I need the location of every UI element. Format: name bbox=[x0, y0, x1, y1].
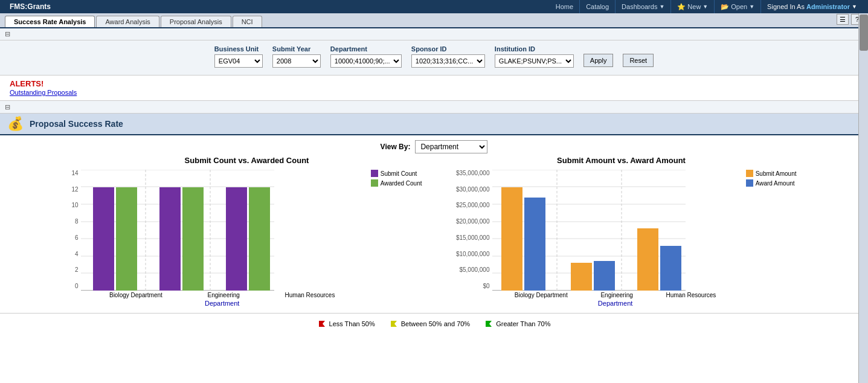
svg-marker-20 bbox=[319, 321, 325, 327]
chart1-bar-eng-submit bbox=[159, 187, 181, 291]
chart1-bar-hr-awarded bbox=[249, 187, 270, 291]
chart2-y-axis: $35,000,000 $30,000,000 $25,000,000 $20,… bbox=[446, 170, 490, 291]
tab-bar: Success Rate Analysis Award Analysis Pro… bbox=[0, 13, 868, 28]
yellow-flag-icon bbox=[390, 320, 398, 328]
chart2-legend: Submit Amount Award Amount bbox=[746, 170, 797, 187]
collapse-psr-btn[interactable]: ⊟ bbox=[5, 103, 10, 111]
chart1-bar-bio-awarded bbox=[116, 187, 137, 291]
toolbar-row: ⊟ bbox=[0, 28, 868, 40]
submit-year-filter: Submit Year 2008 bbox=[272, 45, 321, 68]
chart2-title: Submit Amount vs. Award Amount bbox=[446, 156, 797, 165]
menu-icon[interactable]: ☰ bbox=[837, 14, 849, 25]
sponsor-id-select[interactable]: 1020;313;316;CC... bbox=[411, 54, 485, 68]
chart1-legend-awarded-box bbox=[371, 179, 378, 187]
scrollbar-thumb[interactable] bbox=[860, 14, 868, 51]
sponsor-id-label: Sponsor ID bbox=[411, 45, 485, 53]
new-nav[interactable]: ⭐New▼ bbox=[671, 0, 715, 13]
sponsor-id-filter: Sponsor ID 1020;313;316;CC... bbox=[411, 45, 485, 68]
chart2-legend-submit-box bbox=[746, 170, 753, 177]
view-by-label: View By: bbox=[381, 143, 411, 151]
chart2-bar-hr-awarded bbox=[660, 246, 681, 291]
chart1-svg bbox=[81, 170, 274, 291]
tab-proposal-analysis[interactable]: Proposal Analysis bbox=[161, 16, 231, 27]
charts-container: Submit Count vs. Awarded Count 14 12 10 … bbox=[0, 156, 868, 307]
view-by-row: View By: Department Sponsor Institution bbox=[0, 135, 868, 156]
chart1-wrapper: Submit Count vs. Awarded Count 14 12 10 … bbox=[72, 156, 422, 307]
chart2-bar-bio-awarded bbox=[524, 198, 545, 291]
legend-greater-than-70: Greater Than 70% bbox=[484, 320, 550, 328]
chart1-title: Submit Count vs. Awarded Count bbox=[72, 156, 422, 165]
view-by-select[interactable]: Department Sponsor Institution bbox=[415, 140, 487, 153]
institution-id-filter: Institution ID GLAKE;PSUNV;PS... bbox=[495, 45, 574, 68]
chart1-bar-eng-awarded bbox=[182, 187, 204, 291]
red-flag-icon bbox=[318, 320, 326, 328]
submit-year-select[interactable]: 2008 bbox=[272, 54, 321, 68]
chart2-bar-bio-submit bbox=[501, 187, 522, 291]
green-flag-icon bbox=[484, 320, 493, 328]
chart2-x-axis-label: Department bbox=[492, 300, 739, 307]
submit-year-label: Submit Year bbox=[272, 45, 321, 53]
alerts-title: ALERTS! bbox=[10, 79, 858, 88]
chart2-legend-awarded-box bbox=[746, 179, 753, 187]
institution-id-select[interactable]: GLAKE;PSUNV;PS... bbox=[495, 54, 574, 68]
business-unit-label: Business Unit bbox=[214, 45, 263, 53]
home-nav[interactable]: Home bbox=[550, 0, 580, 13]
tab-success-rate[interactable]: Success Rate Analysis bbox=[5, 16, 95, 27]
department-filter: Department 10000;41000;90;... bbox=[330, 45, 402, 68]
business-unit-select[interactable]: EGV04 bbox=[214, 54, 263, 68]
chart1-legend-submit-box bbox=[371, 170, 378, 177]
section2-collapse: ⊟ bbox=[0, 101, 868, 114]
chart2-legend-awarded: Award Amount bbox=[746, 179, 797, 187]
apply-button[interactable]: Apply bbox=[583, 54, 614, 67]
alerts-section: ALERTS! Outstanding Proposals bbox=[0, 76, 868, 101]
chart1-legend: Submit Count Awarded Count bbox=[371, 170, 422, 187]
open-nav[interactable]: 📂Open▼ bbox=[715, 0, 761, 13]
catalog-nav[interactable]: Catalog bbox=[580, 0, 616, 13]
footer-legend: Less Than 50% Between 50% and 70% Greate… bbox=[0, 313, 868, 332]
psr-title: Proposal Success Rate bbox=[30, 119, 123, 129]
psr-icon: 💰 bbox=[7, 116, 24, 132]
psr-header: 💰 Proposal Success Rate bbox=[0, 114, 868, 135]
tab-nci[interactable]: NCI bbox=[233, 16, 262, 27]
institution-id-label: Institution ID bbox=[495, 45, 574, 53]
tab-award-analysis[interactable]: Award Analysis bbox=[96, 16, 159, 27]
svg-marker-22 bbox=[486, 321, 492, 327]
chart2-x-labels: Biology Department Engineering Human Res… bbox=[492, 292, 739, 298]
reset-button[interactable]: Reset bbox=[623, 54, 654, 67]
chart2-bar-eng-awarded bbox=[594, 261, 615, 291]
chart2-wrapper: Submit Amount vs. Award Amount $35,000,0… bbox=[446, 156, 797, 307]
chart1-legend-awarded: Awarded Count bbox=[371, 179, 422, 187]
chart2-bar-hr-submit bbox=[637, 228, 658, 291]
business-unit-filter: Business Unit EGV04 bbox=[214, 45, 263, 68]
legend-less-than-50: Less Than 50% bbox=[318, 320, 375, 328]
outstanding-proposals-link[interactable]: Outstanding Proposals bbox=[10, 89, 77, 96]
department-select[interactable]: 10000;41000;90;... bbox=[330, 54, 402, 68]
chart2-bar-eng-submit bbox=[571, 263, 592, 291]
filter-section: Business Unit EGV04 Submit Year 2008 Dep… bbox=[0, 40, 868, 76]
chart1-legend-submit: Submit Count bbox=[371, 170, 422, 177]
chart1-x-axis-label: Department bbox=[81, 300, 364, 307]
chart1-y-axis: 14 12 10 8 6 4 2 0 bbox=[72, 170, 79, 291]
department-label: Department bbox=[330, 45, 402, 53]
legend-between-50-70: Between 50% and 70% bbox=[390, 320, 470, 328]
collapse-filter-btn[interactable]: ⊟ bbox=[5, 30, 10, 38]
scrollbar[interactable] bbox=[858, 13, 868, 332]
chart2-svg bbox=[492, 170, 686, 291]
top-nav: FMS:Grants Home Catalog Dashboards▼ ⭐New… bbox=[0, 0, 868, 13]
svg-marker-21 bbox=[391, 321, 397, 327]
chart2-legend-submit: Submit Amount bbox=[746, 170, 797, 177]
chart1-bar-bio-submit bbox=[93, 187, 114, 291]
signed-in-area: Signed In As Administrator▼ bbox=[761, 0, 863, 13]
dashboards-nav[interactable]: Dashboards▼ bbox=[616, 0, 671, 13]
chart1-x-labels: Biology Department Engineering Human Res… bbox=[81, 292, 364, 298]
app-title: FMS:Grants bbox=[10, 2, 51, 11]
chart1-bar-hr-submit bbox=[226, 187, 247, 291]
